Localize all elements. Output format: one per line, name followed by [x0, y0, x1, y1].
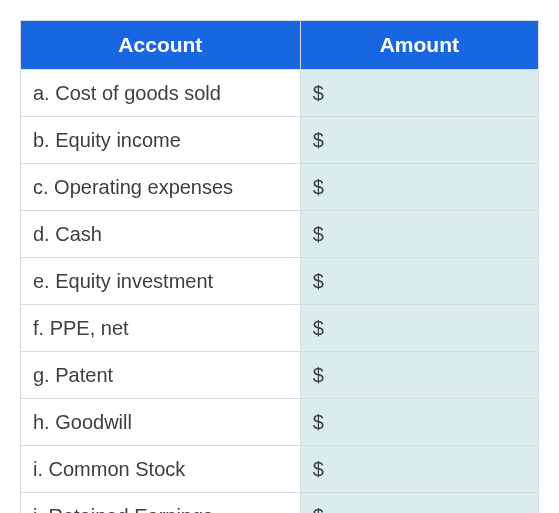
table-header-row: Account Amount [21, 21, 539, 70]
header-amount: Amount [300, 21, 538, 70]
amount-cell[interactable]: $ [300, 493, 538, 514]
table-row: c. Operating expenses $ [21, 164, 539, 211]
account-cell: j. Retained Earnings [21, 493, 301, 514]
account-cell: i. Common Stock [21, 446, 301, 493]
table-row: a. Cost of goods sold $ [21, 70, 539, 117]
amount-cell[interactable]: $ [300, 399, 538, 446]
account-cell: e. Equity investment [21, 258, 301, 305]
account-cell: a. Cost of goods sold [21, 70, 301, 117]
amount-cell[interactable]: $ [300, 164, 538, 211]
table-row: g. Patent $ [21, 352, 539, 399]
amount-cell[interactable]: $ [300, 117, 538, 164]
amount-cell[interactable]: $ [300, 446, 538, 493]
amount-cell[interactable]: $ [300, 70, 538, 117]
table-row: d. Cash $ [21, 211, 539, 258]
amount-cell[interactable]: $ [300, 305, 538, 352]
table-row: f. PPE, net $ [21, 305, 539, 352]
account-cell: d. Cash [21, 211, 301, 258]
account-cell: h. Goodwill [21, 399, 301, 446]
header-account: Account [21, 21, 301, 70]
account-cell: g. Patent [21, 352, 301, 399]
account-cell: b. Equity income [21, 117, 301, 164]
table-row: h. Goodwill $ [21, 399, 539, 446]
amount-cell[interactable]: $ [300, 211, 538, 258]
table-row: e. Equity investment $ [21, 258, 539, 305]
amount-cell[interactable]: $ [300, 258, 538, 305]
accounts-table: Account Amount a. Cost of goods sold $ b… [20, 20, 539, 513]
account-cell: f. PPE, net [21, 305, 301, 352]
amount-cell[interactable]: $ [300, 352, 538, 399]
table-row: j. Retained Earnings $ [21, 493, 539, 514]
account-cell: c. Operating expenses [21, 164, 301, 211]
table-row: i. Common Stock $ [21, 446, 539, 493]
table-row: b. Equity income $ [21, 117, 539, 164]
